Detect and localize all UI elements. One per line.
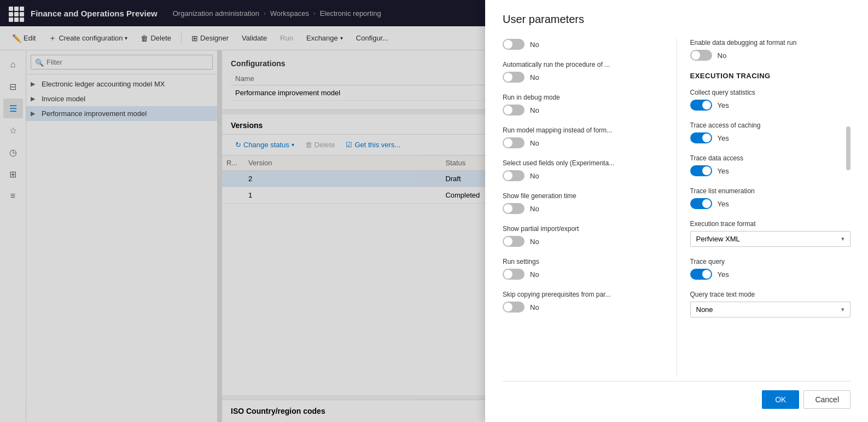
ok-button[interactable]: OK [762,390,799,409]
params-left-col: No Automatically run the procedure of ..… [503,39,677,377]
param-label-3: Run model mapping instead of form... [503,126,663,134]
param-row-8: Skip copying prerequisites from par... N… [503,291,663,313]
exec-trace-format-row: Execution trace format Perfview XML ▾ [690,220,851,247]
query-trace-text-mode-row: Query trace text mode None ▾ [690,291,851,317]
trace-list-enum-toggle[interactable] [690,198,712,209]
exec-trace-format-label: Execution trace format [690,220,851,228]
enable-debugging-toggle[interactable] [690,50,712,61]
param-toggle-6[interactable] [503,236,525,247]
enable-debugging-toggle-label: No [718,51,727,60]
params-right-col: Enable data debugging at format run No E… [677,39,851,377]
exec-trace-format-chevron-icon: ▾ [841,235,844,242]
dialog-footer: OK Cancel [503,381,850,409]
trace-query-label: Trace query [690,258,851,265]
param-toggle-0[interactable] [503,39,525,50]
param-label-2: Run in debug mode [503,94,663,101]
exec-trace-format-value: Perfview XML [696,235,740,243]
param-toggle-label-3: No [530,139,539,147]
param-toggle-8[interactable] [503,302,525,313]
param-row-0: No [503,39,663,50]
user-parameters-dialog: User parameters No Automatically run the… [485,0,868,422]
param-toggle-4[interactable] [503,170,525,181]
trace-data-access-toggle[interactable] [690,165,712,176]
trace-data-access-row: Trace data access Yes [690,154,851,176]
dialog-title: User parameters [503,13,850,26]
trace-access-caching-label: Trace access of caching [690,122,851,129]
param-toggle-label-7: No [530,270,539,279]
param-label-6: Show partial import/export [503,225,663,233]
trace-access-caching-toggle-label: Yes [718,134,729,142]
param-row-6: Show partial import/export No [503,225,663,247]
param-toggle-label-1: No [530,73,539,82]
trace-list-enum-toggle-label: Yes [718,200,729,208]
param-label-1: Automatically run the procedure of ... [503,61,663,68]
param-toggle-label-6: No [530,238,539,246]
param-toggle-2[interactable] [503,105,525,115]
trace-list-enum-label: Trace list enumeration [690,187,851,195]
enable-debugging-row: Enable data debugging at format run No [690,39,851,61]
param-row-5: Show file generation time No [503,192,663,214]
dialog-overlay: User parameters No Automatically run the… [0,0,868,422]
param-toggle-label-0: No [530,41,539,49]
collect-query-stats-label: Collect query statistics [690,89,851,96]
execution-tracing-heading: EXECUTION TRACING [690,72,851,80]
param-label-5: Show file generation time [503,192,663,200]
param-toggle-label-4: No [530,172,539,180]
param-toggle-label-8: No [530,303,539,311]
param-row-4: Select used fields only (Experimenta... … [503,159,663,181]
param-toggle-3[interactable] [503,137,525,148]
param-label-4: Select used fields only (Experimenta... [503,159,663,167]
trace-query-toggle[interactable] [690,269,712,280]
query-trace-text-mode-dropdown[interactable]: None ▾ [690,302,851,317]
enable-debugging-label: Enable data debugging at format run [690,39,851,47]
query-trace-text-mode-value: None [696,305,713,314]
trace-query-toggle-label: Yes [718,270,729,279]
trace-query-row: Trace query Yes [690,258,851,280]
trace-list-enum-row: Trace list enumeration Yes [690,187,851,209]
param-toggle-5[interactable] [503,203,525,214]
exec-trace-format-dropdown[interactable]: Perfview XML ▾ [690,231,851,247]
param-row-3: Run model mapping instead of form... No [503,126,663,148]
trace-access-caching-row: Trace access of caching Yes [690,122,851,143]
cancel-button[interactable]: Cancel [803,390,850,409]
param-label-7: Run settings [503,258,663,265]
trace-data-access-toggle-label: Yes [718,167,729,175]
param-toggle-1[interactable] [503,72,525,83]
param-label-8: Skip copying prerequisites from par... [503,291,663,298]
scrollbar-track[interactable] [846,39,850,377]
collect-query-stats-toggle[interactable] [690,100,712,111]
param-row-2: Run in debug mode No [503,94,663,115]
query-trace-text-mode-label: Query trace text mode [690,291,851,298]
trace-access-caching-toggle[interactable] [690,132,712,143]
param-toggle-label-2: No [530,106,539,114]
scrollbar-thumb [846,126,850,170]
collect-query-stats-toggle-label: Yes [718,101,729,109]
param-row-1: Automatically run the procedure of ... N… [503,61,663,83]
param-toggle-7[interactable] [503,269,525,280]
trace-data-access-label: Trace data access [690,154,851,162]
param-toggle-label-5: No [530,205,539,213]
param-row-7: Run settings No [503,258,663,280]
query-trace-text-mode-chevron-icon: ▾ [841,306,844,313]
collect-query-stats-row: Collect query statistics Yes [690,89,851,111]
